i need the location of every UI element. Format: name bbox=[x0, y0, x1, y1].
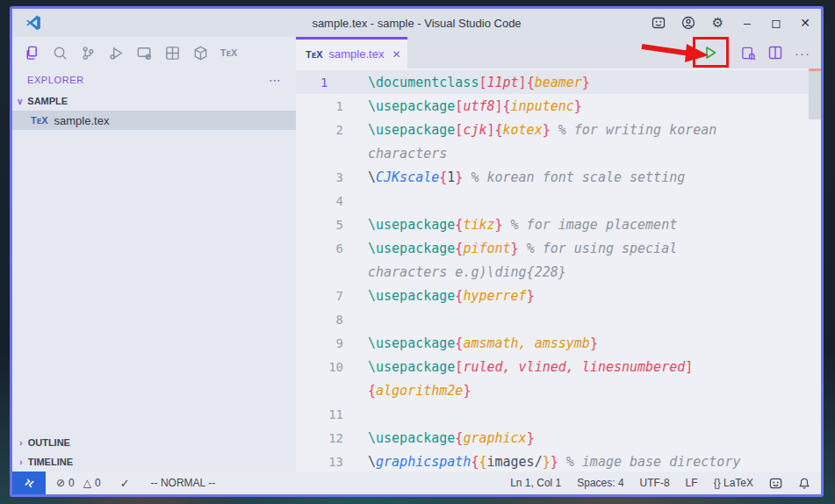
code-line[interactable]: 13\graphicspath{{images/}} % image base … bbox=[296, 450, 821, 472]
code-line[interactable]: {algorithm2e} bbox=[296, 378, 821, 402]
editor-actions: ··· bbox=[693, 37, 810, 68]
code-text: {algorithm2e} bbox=[368, 383, 471, 399]
outline-label: OUTLINE bbox=[28, 437, 70, 448]
tex-extension-icon[interactable]: TᴇX bbox=[220, 44, 238, 62]
encoding[interactable]: UTF-8 bbox=[640, 477, 670, 489]
code-text: \usepackage{tikz} % for image placement bbox=[368, 217, 677, 233]
code-line[interactable]: 3\CJKscale{1} % korean font scale settin… bbox=[296, 165, 821, 189]
timeline-label: TIMELINE bbox=[28, 457, 73, 467]
tex-file-icon: TᴇX bbox=[31, 115, 48, 126]
tab-sample-tex[interactable]: TᴇX sample.tex ✕ bbox=[296, 37, 407, 68]
line-number: 10 bbox=[296, 360, 349, 374]
chevron-right-icon: › bbox=[19, 457, 23, 467]
scrollbar-thumb[interactable] bbox=[809, 71, 821, 119]
code-text: \usepackage[ruled, vlined, linesnumbered… bbox=[368, 359, 693, 375]
line-number: 4 bbox=[296, 194, 349, 208]
code-line[interactable]: 12\usepackage{graphicx} bbox=[296, 426, 821, 450]
code-text: \documentclass[11pt]{beamer} bbox=[368, 75, 590, 90]
line-number: 2 bbox=[296, 123, 349, 137]
code-line[interactable]: 1\documentclass[11pt]{beamer} bbox=[296, 70, 821, 94]
warning-icon: △ bbox=[83, 477, 91, 489]
cursor-position[interactable]: Ln 1, Col 1 bbox=[510, 477, 561, 489]
more-actions-icon[interactable]: ··· bbox=[795, 46, 810, 61]
search-icon[interactable] bbox=[51, 44, 69, 62]
code-line[interactable]: 10\usepackage[ruled, vlined, linesnumber… bbox=[296, 355, 821, 378]
code-line[interactable]: 1\usepackage[utf8]{inputenc} bbox=[296, 94, 821, 118]
code-line[interactable]: 6\usepackage{pifont} % for using special bbox=[296, 236, 821, 260]
remote-indicator-button[interactable] bbox=[12, 472, 46, 494]
source-control-icon[interactable] bbox=[79, 44, 97, 62]
code-line[interactable]: 11 bbox=[296, 402, 821, 426]
remote-icon bbox=[23, 477, 36, 490]
eol-sequence[interactable]: LF bbox=[686, 477, 698, 489]
feedback-smiley-icon[interactable] bbox=[651, 16, 666, 31]
code-text: \CJKscale{1} % korean font scale setting bbox=[368, 169, 685, 185]
explorer-icon[interactable] bbox=[23, 44, 41, 62]
package-icon[interactable] bbox=[191, 44, 210, 62]
settings-gear-icon[interactable]: ⚙ bbox=[710, 16, 725, 31]
code-line[interactable]: 9\usepackage{amsmath, amssymb} bbox=[296, 331, 821, 355]
problems-button[interactable]: ⊘ 0 △ 0 bbox=[56, 477, 101, 489]
code-text: \graphicspath{{images/}} % image base di… bbox=[368, 454, 740, 470]
line-number: 11 bbox=[296, 407, 349, 421]
build-run-button[interactable] bbox=[693, 37, 729, 68]
explorer-header: EXPLORER ⋯ bbox=[12, 68, 296, 91]
warning-count: 0 bbox=[95, 477, 101, 489]
vscode-window: sample.tex - sample - Visual Studio Code… bbox=[10, 6, 824, 497]
line-number: 1 bbox=[296, 76, 349, 90]
chevron-right-icon: › bbox=[19, 437, 23, 448]
notifications-bell-icon[interactable] bbox=[798, 477, 810, 490]
editor-group: TᴇX sample.tex ✕ bbox=[296, 37, 821, 472]
line-number: 9 bbox=[296, 336, 349, 350]
file-item-sample-tex[interactable]: TᴇX sample.tex bbox=[12, 111, 296, 130]
code-line[interactable]: 2\usepackage[cjk]{kotex} % for writing k… bbox=[296, 118, 821, 141]
explorer-more-icon[interactable]: ⋯ bbox=[269, 73, 282, 87]
code-text: characters bbox=[368, 146, 447, 162]
build-status-check-icon[interactable]: ✓ bbox=[120, 477, 130, 490]
close-button[interactable]: ✕ bbox=[798, 16, 812, 31]
code-text: \usepackage[utf8]{inputenc} bbox=[368, 98, 582, 114]
line-number: 6 bbox=[296, 241, 349, 256]
line-number: 3 bbox=[296, 170, 349, 184]
split-editor-icon[interactable] bbox=[768, 46, 782, 60]
code-text: \usepackage{graphicx} bbox=[368, 430, 535, 446]
activity-bar: TᴇX bbox=[12, 37, 296, 68]
error-count: 0 bbox=[68, 477, 75, 489]
tab-label: sample.tex bbox=[329, 47, 385, 61]
code-line[interactable]: characters e.g)\ding{228} bbox=[296, 260, 821, 284]
view-pdf-preview-icon[interactable] bbox=[741, 46, 756, 61]
minimize-button[interactable]: – bbox=[740, 16, 754, 31]
vim-mode-indicator: -- NORMAL -- bbox=[151, 477, 216, 489]
code-line[interactable]: 7\usepackage{hyperref} bbox=[296, 284, 821, 307]
code-line[interactable]: 4 bbox=[296, 189, 821, 212]
code-text: \usepackage{hyperref} bbox=[368, 288, 535, 304]
annotation-highlight-box bbox=[693, 37, 729, 68]
tab-close-icon[interactable]: ✕ bbox=[392, 48, 400, 61]
line-number: 12 bbox=[296, 431, 349, 445]
code-text: \usepackage{pifont} % for using special bbox=[368, 241, 677, 256]
remote-explorer-icon[interactable] bbox=[135, 44, 154, 62]
language-mode[interactable]: {} LaTeX bbox=[714, 477, 753, 489]
file-name: sample.tex bbox=[54, 114, 110, 127]
account-icon[interactable] bbox=[680, 16, 695, 31]
code-line[interactable]: characters bbox=[296, 141, 821, 165]
workspace-folder-row[interactable]: ∨ SAMPLE bbox=[12, 91, 296, 111]
code-text: characters e.g)\ding{228} bbox=[368, 264, 566, 280]
maximize-button[interactable]: ◻ bbox=[769, 16, 783, 31]
indentation[interactable]: Spaces: 4 bbox=[577, 477, 623, 489]
code-line[interactable]: 8 bbox=[296, 307, 821, 331]
tex-file-icon: TᴇX bbox=[306, 49, 323, 60]
line-number: 5 bbox=[296, 218, 349, 232]
run-debug-icon[interactable] bbox=[107, 44, 126, 62]
feedback-smiley-icon[interactable] bbox=[769, 477, 782, 490]
sidebar: TᴇX EXPLORER ⋯ ∨ SAMPLE TᴇX sample.tex ›… bbox=[12, 37, 296, 472]
outline-section[interactable]: › OUTLINE bbox=[12, 433, 296, 452]
extensions-icon[interactable] bbox=[163, 44, 182, 62]
code-lines: 1\documentclass[11pt]{beamer}1\usepackag… bbox=[296, 70, 821, 472]
code-line[interactable]: 5\usepackage{tikz} % for image placement bbox=[296, 212, 821, 236]
error-icon: ⊘ bbox=[56, 477, 65, 489]
code-editor[interactable]: 1\documentclass[11pt]{beamer}1\usepackag… bbox=[296, 68, 821, 472]
explorer-title: EXPLORER bbox=[27, 75, 84, 85]
timeline-section[interactable]: › TIMELINE bbox=[12, 452, 296, 472]
code-text: \usepackage{amsmath, amssymb} bbox=[368, 335, 598, 351]
